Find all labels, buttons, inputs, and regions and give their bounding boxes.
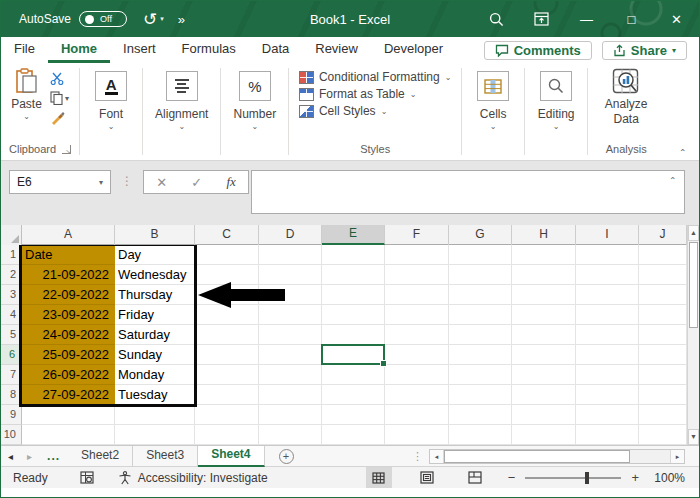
cell-E8[interactable] bbox=[322, 385, 385, 405]
vertical-scroll-track[interactable] bbox=[688, 329, 699, 429]
cell-D4[interactable] bbox=[259, 305, 322, 325]
vertical-scroll-thumb[interactable] bbox=[689, 242, 698, 328]
cell-B8[interactable]: Tuesday bbox=[115, 385, 195, 405]
cell-E9[interactable] bbox=[322, 405, 385, 425]
cell-A1[interactable]: Date bbox=[22, 245, 115, 265]
cell-A8[interactable]: 27-09-2022 bbox=[22, 385, 115, 405]
cell-H4[interactable] bbox=[512, 305, 576, 325]
cell-G6[interactable] bbox=[449, 345, 512, 365]
cell-H5[interactable] bbox=[512, 325, 576, 345]
cell-C9[interactable] bbox=[195, 405, 259, 425]
horizontal-scroll-thumb[interactable] bbox=[444, 450, 630, 463]
cell-E5[interactable] bbox=[322, 325, 385, 345]
cell-J9[interactable] bbox=[639, 405, 687, 425]
cell-C5[interactable] bbox=[195, 325, 259, 345]
cell-J10[interactable] bbox=[639, 425, 687, 445]
column-header-E[interactable]: E bbox=[322, 225, 385, 245]
cell-D8[interactable] bbox=[259, 385, 322, 405]
row-header-8[interactable]: 8 bbox=[1, 385, 22, 405]
prev-sheet-icon[interactable]: ◂ bbox=[1, 451, 20, 462]
macro-record-icon[interactable] bbox=[80, 471, 94, 484]
next-sheet-icon[interactable]: ▸ bbox=[20, 451, 39, 462]
cell-E4[interactable] bbox=[322, 305, 385, 325]
cell-A6[interactable]: 25-09-2022 bbox=[22, 345, 115, 365]
cell-A4[interactable]: 23-09-2022 bbox=[22, 305, 115, 325]
tab-review[interactable]: Review bbox=[302, 37, 371, 63]
cell-I1[interactable] bbox=[576, 245, 639, 265]
editing-group-button[interactable]: Editing ⌄ bbox=[527, 63, 585, 160]
cell-A9[interactable] bbox=[22, 405, 115, 425]
cell-F3[interactable] bbox=[385, 285, 449, 305]
search-icon[interactable] bbox=[474, 1, 519, 37]
cell-D2[interactable] bbox=[259, 265, 322, 285]
vertical-scrollbar[interactable]: ▲ ▼ bbox=[687, 225, 699, 445]
sheet-tab-sheet4[interactable]: Sheet4 bbox=[198, 446, 264, 467]
cell-I7[interactable] bbox=[576, 365, 639, 385]
column-header-H[interactable]: H bbox=[512, 225, 576, 245]
cell-F5[interactable] bbox=[385, 325, 449, 345]
cell-G7[interactable] bbox=[449, 365, 512, 385]
cell-F7[interactable] bbox=[385, 365, 449, 385]
cell-F1[interactable] bbox=[385, 245, 449, 265]
cell-J3[interactable] bbox=[639, 285, 687, 305]
row-header-1[interactable]: 1 bbox=[1, 245, 22, 265]
cell-G3[interactable] bbox=[449, 285, 512, 305]
cell-B6[interactable]: Sunday bbox=[115, 345, 195, 365]
cell-D9[interactable] bbox=[259, 405, 322, 425]
cell-I2[interactable] bbox=[576, 265, 639, 285]
cell-G1[interactable] bbox=[449, 245, 512, 265]
cell-G9[interactable] bbox=[449, 405, 512, 425]
cell-A10[interactable] bbox=[22, 425, 115, 445]
cell-C4[interactable] bbox=[195, 305, 259, 325]
cell-E2[interactable] bbox=[322, 265, 385, 285]
cancel-entry-icon[interactable]: ✕ bbox=[156, 175, 167, 190]
cell-H7[interactable] bbox=[512, 365, 576, 385]
cell-D5[interactable] bbox=[259, 325, 322, 345]
cell-J2[interactable] bbox=[639, 265, 687, 285]
paste-dropdown-icon[interactable]: ⌄ bbox=[23, 112, 30, 121]
formula-bar-splitter[interactable]: ⋮ bbox=[121, 174, 133, 188]
cell-B5[interactable]: Saturday bbox=[115, 325, 195, 345]
cell-E6[interactable] bbox=[322, 345, 385, 365]
row-header-10[interactable]: 10 bbox=[1, 425, 22, 445]
share-button[interactable]: Share ▾ bbox=[602, 41, 687, 60]
sheet-tab-sheet3[interactable]: Sheet3 bbox=[133, 446, 198, 467]
column-header-I[interactable]: I bbox=[576, 225, 639, 245]
cell-C1[interactable] bbox=[195, 245, 259, 265]
scroll-left-icon[interactable]: ◂ bbox=[430, 450, 444, 463]
cell-C10[interactable] bbox=[195, 425, 259, 445]
cell-F9[interactable] bbox=[385, 405, 449, 425]
cell-E7[interactable] bbox=[322, 365, 385, 385]
sheet-tab-sheet2[interactable]: Sheet2 bbox=[68, 446, 133, 467]
cell-I4[interactable] bbox=[576, 305, 639, 325]
cells-group-button[interactable]: Cells ⌄ bbox=[464, 63, 522, 160]
tab-scroll-splitter[interactable]: ⋮ bbox=[406, 450, 429, 463]
insert-function-button[interactable]: fx bbox=[226, 174, 235, 190]
undo-dropdown-icon[interactable]: ▾ bbox=[160, 15, 164, 23]
cell-H3[interactable] bbox=[512, 285, 576, 305]
cell-J5[interactable] bbox=[639, 325, 687, 345]
cell-A5[interactable]: 24-09-2022 bbox=[22, 325, 115, 345]
cell-D10[interactable] bbox=[259, 425, 322, 445]
column-header-A[interactable]: A bbox=[22, 225, 115, 245]
row-header-3[interactable]: 3 bbox=[1, 285, 22, 305]
zoom-out-icon[interactable]: − bbox=[504, 470, 520, 485]
cell-G5[interactable] bbox=[449, 325, 512, 345]
row-header-4[interactable]: 4 bbox=[1, 305, 22, 325]
cell-B1[interactable]: Day bbox=[115, 245, 195, 265]
cell-H10[interactable] bbox=[512, 425, 576, 445]
cell-H8[interactable] bbox=[512, 385, 576, 405]
row-header-5[interactable]: 5 bbox=[1, 325, 22, 345]
number-group-button[interactable]: % Number ⌄ bbox=[223, 63, 286, 160]
row-header-6[interactable]: 6 bbox=[1, 345, 22, 365]
name-box[interactable]: E6 ▾ bbox=[9, 170, 111, 194]
cell-H9[interactable] bbox=[512, 405, 576, 425]
zoom-slider[interactable] bbox=[525, 477, 621, 479]
horizontal-scroll-track[interactable] bbox=[630, 450, 670, 463]
cell-D6[interactable] bbox=[259, 345, 322, 365]
cell-E10[interactable] bbox=[322, 425, 385, 445]
cell-A7[interactable]: 26-09-2022 bbox=[22, 365, 115, 385]
normal-view-button[interactable] bbox=[366, 467, 392, 488]
column-header-B[interactable]: B bbox=[115, 225, 195, 245]
cell-F8[interactable] bbox=[385, 385, 449, 405]
